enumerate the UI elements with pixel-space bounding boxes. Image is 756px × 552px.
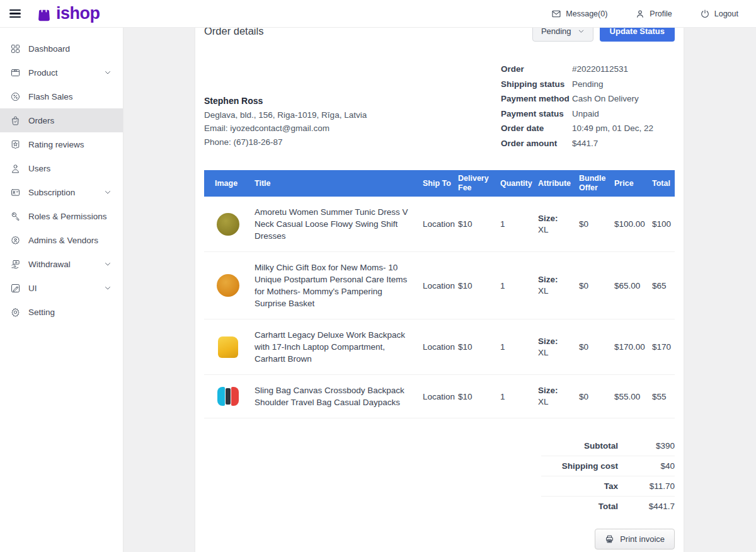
tax-label: Tax	[541, 481, 636, 491]
sidebar-item-roles-permissions[interactable]: Roles & Permissions	[0, 204, 123, 228]
order-meta-label: Order amount	[501, 139, 572, 148]
order-meta-row: Payment status Unpaid	[501, 106, 675, 122]
delivery-fee-value: $10	[458, 342, 500, 352]
sidebar-item-subscription[interactable]: Subscription	[0, 180, 123, 204]
table-header-row: Image Title Ship To Delivery Fee Quantit…	[204, 170, 675, 197]
bundle-offer-value: $0	[579, 342, 614, 352]
joycon-sling-bag-product-photo	[217, 385, 239, 408]
sidebar-item-rating-reviews[interactable]: Rating reviews	[0, 132, 123, 156]
column-header-delivery-fee: Delivery Fee	[458, 174, 500, 193]
sidebar-label: Setting	[28, 308, 55, 317]
sidebar-label: Dashboard	[28, 44, 70, 54]
sidebar-label: Orders	[28, 116, 54, 125]
payment-method-value: Cash On Delivery	[572, 94, 639, 103]
attribute-label: Size:	[538, 385, 574, 396]
hamburger-menu-icon[interactable]	[9, 8, 21, 20]
attribute-label: Size:	[538, 274, 574, 285]
sidebar-item-flash-sales[interactable]: Flash Sales	[0, 84, 123, 108]
shipping-cost-value: $40	[636, 461, 675, 471]
price-value: $65.00	[614, 281, 652, 290]
rating-star-icon	[10, 139, 21, 150]
ui-pen-icon	[10, 283, 21, 294]
ship-to-value: Location	[423, 219, 458, 229]
attribute-size: XL	[538, 225, 549, 234]
bundle-offer-value: $0	[579, 281, 614, 290]
column-header-attribute: Attribute	[538, 179, 579, 188]
order-items-table: Image Title Ship To Delivery Fee Quantit…	[204, 170, 675, 418]
chevron-down-icon	[104, 260, 112, 268]
sidebar-label: Users	[28, 164, 50, 173]
sidebar-label: Roles & Permissions	[28, 212, 107, 221]
column-header-image: Image	[204, 179, 255, 188]
sidebar-label: UI	[28, 284, 37, 293]
main-content-area: Order details Pending Update Status Step…	[123, 0, 756, 552]
attribute-value: Size:XL	[538, 213, 579, 236]
shipping-cost-label: Shipping cost	[541, 461, 636, 471]
delivery-fee-value: $10	[458, 219, 500, 229]
ship-to-value: Location	[423, 281, 458, 290]
shopping-bag-logo-icon	[35, 4, 54, 23]
order-meta-row: Order #20220112531	[501, 62, 675, 77]
sidebar-label: Withdrawal	[28, 260, 71, 269]
messages-link[interactable]: Message(0)	[551, 9, 607, 19]
sidebar-item-setting[interactable]: Setting	[0, 300, 123, 324]
sidebar-item-product[interactable]: Product	[0, 60, 123, 84]
column-header-ship-to: Ship To	[423, 179, 458, 188]
table-row: Carhartt Legacy Deluxe Work Backpack wit…	[204, 319, 675, 375]
sidebar: Dashboard Product Flash Sales Orders Rat…	[0, 28, 123, 552]
order-meta-row: Order date 10:49 pm, 01 Dec, 22	[501, 121, 675, 136]
logout-link[interactable]: Logout	[700, 9, 738, 19]
chevron-down-icon	[104, 284, 112, 292]
attribute-size: XL	[538, 397, 549, 406]
attribute-size: XL	[538, 286, 549, 296]
admins-gear-person-icon	[10, 235, 21, 246]
payment-status-value: Unpaid	[572, 109, 599, 118]
product-title: Amoretu Women Summer Tunic Dress V Neck …	[255, 206, 423, 242]
order-details-card: Order details Pending Update Status Step…	[195, 12, 684, 552]
print-invoice-button[interactable]: Print invoice	[595, 529, 675, 549]
order-status-select-value: Pending	[541, 26, 571, 36]
brand-logo[interactable]: ishop	[35, 4, 100, 23]
withdrawal-hand-icon	[10, 259, 21, 270]
product-title: Sling Bag Canvas Crossbody Backpack Shou…	[255, 384, 423, 408]
print-invoice-area: Print invoice	[204, 529, 675, 549]
customer-info-block: Stephen Ross Deglava, bld., 156, Riga-10…	[204, 95, 367, 151]
order-meta-row: Shipping status Pending	[501, 77, 675, 92]
sidebar-item-admins-vendors[interactable]: Admins & Vendors	[0, 228, 123, 252]
sidebar-item-users[interactable]: Users	[0, 156, 123, 180]
dashboard-grid-icon	[10, 43, 21, 54]
grand-total-row: Total $441.7	[541, 496, 675, 516]
order-meta-row: Payment method Cash On Delivery	[501, 91, 675, 106]
sidebar-label: Admins & Vendors	[28, 236, 98, 245]
logout-label: Logout	[714, 9, 738, 18]
product-box-icon	[10, 67, 21, 78]
envelope-icon	[551, 9, 561, 19]
sidebar-label: Product	[28, 68, 58, 78]
chevron-down-icon	[104, 188, 112, 196]
tax-value: $11.70	[636, 481, 675, 491]
quantity-value: 1	[500, 342, 538, 352]
sidebar-item-dashboard[interactable]: Dashboard	[0, 37, 123, 60]
order-date-value: 10:49 pm, 01 Dec, 22	[572, 124, 653, 133]
column-header-price: Price	[614, 179, 652, 188]
ship-to-value: Location	[423, 342, 458, 352]
attribute-size: XL	[538, 348, 549, 357]
setting-gear-icon	[10, 307, 21, 318]
flash-sales-percent-icon	[10, 91, 21, 102]
sidebar-item-ui[interactable]: UI	[0, 276, 123, 300]
bundle-offer-value: $0	[579, 392, 614, 401]
order-meta-row: Order amount $441.7	[501, 136, 675, 151]
roles-key-icon	[10, 211, 21, 222]
sidebar-item-withdrawal[interactable]: Withdrawal	[0, 252, 123, 276]
sidebar-item-orders[interactable]: Orders	[0, 108, 123, 132]
attribute-label: Size:	[538, 336, 574, 347]
order-totals-block: Subtotal $390 Shipping cost $40 Tax $11.…	[541, 436, 675, 516]
grand-total-value: $441.7	[636, 502, 675, 511]
order-number: #20220112531	[572, 64, 628, 74]
profile-link[interactable]: Profile	[635, 9, 672, 19]
chevron-down-icon	[104, 69, 112, 76]
order-meta-label: Shipping status	[501, 79, 572, 89]
shipping-status-value: Pending	[572, 79, 604, 89]
column-header-quantity: Quantity	[500, 179, 538, 188]
print-invoice-label: Print invoice	[620, 534, 665, 544]
